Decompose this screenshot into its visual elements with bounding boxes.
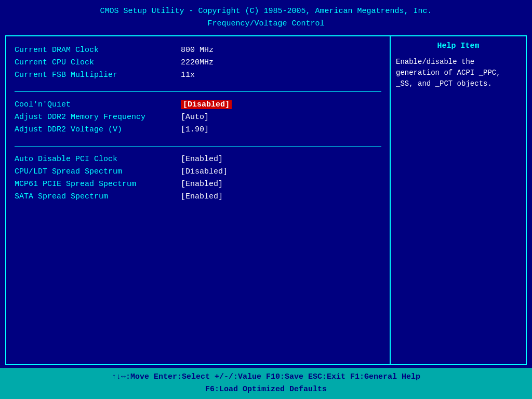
ddr2-freq-row[interactable]: Adjust DDR2 Memory Frequency [Auto] — [15, 113, 381, 124]
mcp61-pcie-value[interactable]: [Enabled] — [181, 180, 223, 189]
main-content: Current DRAM Clock 800 MHz Current CPU C… — [5, 35, 527, 365]
cpu-clock-row: Current CPU Clock 2220MHz — [15, 58, 381, 70]
dram-clock-label: Current DRAM Clock — [15, 46, 181, 55]
fsb-multiplier-label: Current FSB Multiplier — [15, 71, 181, 79]
cpu-ldt-spread-row[interactable]: CPU/LDT Spread Spectrum [Disabled] — [15, 167, 381, 179]
group1-section: Cool'n'Quiet [Disabled] Adjust DDR2 Memo… — [6, 96, 390, 142]
cpu-ldt-spread-value[interactable]: [Disabled] — [181, 167, 228, 176]
ddr2-freq-value[interactable]: [Auto] — [181, 113, 209, 122]
auto-disable-pci-value[interactable]: [Enabled] — [181, 155, 223, 164]
sata-spread-label: SATA Spread Spectrum — [15, 192, 181, 201]
sata-spread-value[interactable]: [Enabled] — [181, 192, 223, 201]
mcp61-pcie-label: MCP61 PCIE Spread Spectrum — [15, 180, 181, 189]
cpu-clock-label: Current CPU Clock — [15, 58, 181, 67]
fsb-multiplier-row: Current FSB Multiplier 11x — [15, 71, 381, 82]
help-title: Help Item — [396, 42, 521, 50]
footer-line2: F6:Load Optimized Defaults — [10, 383, 522, 396]
sata-spread-row[interactable]: SATA Spread Spectrum [Enabled] — [15, 192, 381, 204]
divider-2 — [15, 146, 381, 147]
coolnquiet-row[interactable]: Cool'n'Quiet [Disabled] — [15, 100, 381, 112]
footer-line1: ↑↓↔:Move Enter:Select +/-/:Value F10:Sav… — [10, 371, 522, 383]
coolnquiet-value[interactable]: [Disabled] — [181, 100, 232, 109]
footer: ↑↓↔:Move Enter:Select +/-/:Value F10:Sav… — [0, 368, 532, 399]
ddr2-freq-label: Adjust DDR2 Memory Frequency — [15, 113, 181, 122]
ddr2-voltage-row[interactable]: Adjust DDR2 Voltage (V) [1.90] — [15, 125, 381, 137]
fsb-multiplier-value: 11x — [181, 71, 195, 79]
header-line2: Frequency/Voltage Control — [10, 18, 522, 30]
ddr2-voltage-value[interactable]: [1.90] — [181, 125, 209, 134]
header-line1: CMOS Setup Utility - Copyright (C) 1985-… — [10, 5, 522, 18]
group2-section: Auto Disable PCI Clock [Enabled] CPU/LDT… — [6, 151, 390, 209]
auto-disable-pci-label: Auto Disable PCI Clock — [15, 155, 181, 164]
dram-clock-row: Current DRAM Clock 800 MHz — [15, 46, 381, 57]
coolnquiet-label: Cool'n'Quiet — [15, 100, 181, 109]
cpu-clock-value: 2220MHz — [181, 58, 214, 67]
auto-disable-pci-row[interactable]: Auto Disable PCI Clock [Enabled] — [15, 155, 381, 166]
info-section: Current DRAM Clock 800 MHz Current CPU C… — [6, 42, 390, 87]
bios-screen: CMOS Setup Utility - Copyright (C) 1985-… — [0, 0, 532, 399]
mcp61-pcie-row[interactable]: MCP61 PCIE Spread Spectrum [Enabled] — [15, 180, 381, 191]
dram-clock-value: 800 MHz — [181, 46, 214, 55]
right-panel: Help Item Enable/disable the generation … — [391, 36, 526, 364]
cpu-ldt-spread-label: CPU/LDT Spread Spectrum — [15, 167, 181, 176]
divider-1 — [15, 91, 381, 92]
help-text: Enable/disable the generation of ACPI _P… — [396, 57, 521, 89]
ddr2-voltage-label: Adjust DDR2 Voltage (V) — [15, 125, 181, 134]
left-panel: Current DRAM Clock 800 MHz Current CPU C… — [6, 36, 391, 364]
header: CMOS Setup Utility - Copyright (C) 1985-… — [0, 0, 532, 33]
